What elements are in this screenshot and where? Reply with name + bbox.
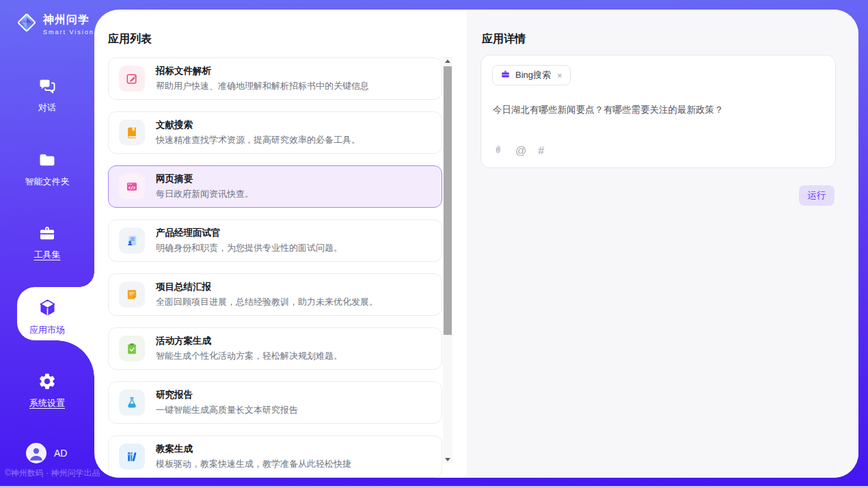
browser-code-icon (119, 174, 145, 200)
app-card-description: 智能生成个性化活动方案，轻松解决规划难题。 (156, 350, 342, 362)
app-card-title: 文献搜索 (156, 119, 360, 131)
gear-icon (38, 372, 57, 393)
app-card-bid-parse[interactable]: 招标文件解析 帮助用户快速、准确地理解和解析招标书中的关键信息 (108, 57, 442, 100)
app-card-description: 全面回顾项目进展，总结经验教训，助力未来优化发展。 (156, 296, 378, 308)
sidebar-item-label: 系统设置 (29, 397, 65, 409)
app-card-title: 产品经理面试官 (156, 227, 342, 239)
interviewer-icon (119, 228, 145, 254)
books-icon (119, 444, 145, 470)
topic-icon[interactable]: # (538, 146, 544, 157)
app-card-description: 每日政府新闻资讯快查。 (156, 188, 254, 200)
cube-icon (38, 298, 57, 320)
app-card-event-plan[interactable]: 活动方案生成 智能生成个性化活动方案，轻松解决规划难题。 (108, 327, 442, 370)
sidebar-item-label: 工具集 (34, 249, 61, 261)
app-detail-panel: 应用详情 Bing搜索 × 今日湖北有哪些新闻要点？有哪些需要关注的最新政策？ (467, 10, 858, 478)
mention-icon[interactable]: @ (515, 146, 526, 157)
folder-icon (38, 150, 57, 172)
main-container: 应用列表 招标文件解析 帮助用户快速、准确地理解和解析招标书中的关键信息 (94, 10, 858, 478)
user-initials: AD (54, 448, 67, 459)
app-card-literature-search[interactable]: 文献搜索 快速精准查找学术资源，提高研究效率的必备工具。 (108, 111, 442, 154)
tool-chip-bing-search[interactable]: Bing搜索 × (492, 65, 571, 85)
app-card-title: 教案生成 (156, 443, 351, 455)
app-card-description: 明确身份和职责，为您提供专业性的面试问题。 (156, 242, 342, 254)
user-avatar-icon (26, 443, 46, 463)
app-card-description: 快速精准查找学术资源，提高研究效率的必备工具。 (156, 134, 360, 146)
sidebar-item-toolset[interactable]: 工具集 (0, 223, 94, 261)
composer-toolbar: @ # (493, 144, 544, 159)
app-list-panel: 应用列表 招标文件解析 帮助用户快速、准确地理解和解析招标书中的关键信息 (94, 10, 467, 478)
sidebar-item-label: 应用市场 (29, 324, 65, 336)
app-card-description: 帮助用户快速、准确地理解和解析招标书中的关键信息 (156, 80, 369, 92)
gem-diamond-icon (15, 11, 38, 37)
brand-logo: 神州问学 Smart Vision (15, 11, 94, 37)
scrollbar-down-arrow[interactable] (443, 455, 452, 463)
app-card-web-summary[interactable]: 网页摘要 每日政府新闻资讯快查。 (108, 165, 442, 208)
sidebar-item-label: 智能文件夹 (25, 176, 70, 188)
sidebar-item-settings[interactable]: 系统设置 (0, 372, 94, 409)
app-list-scrollbar[interactable] (443, 57, 452, 463)
book-icon (119, 120, 145, 146)
brand-subtitle: Smart Vision (43, 29, 94, 36)
tool-chip-label: Bing搜索 (515, 69, 551, 81)
sidebar-item-label: 对话 (38, 102, 56, 114)
clipboard-check-icon (119, 336, 145, 362)
paperclip-icon[interactable] (493, 144, 504, 159)
app-card-description: 模板驱动，教案快速生成，教学准备从此轻松快捷 (156, 458, 351, 470)
app-card-title: 招标文件解析 (156, 65, 369, 77)
app-card-research-report[interactable]: 研究报告 一键智能生成高质量长文本研究报告 (108, 381, 442, 424)
app-detail-title: 应用详情 (482, 32, 526, 46)
app-background: 神州问学 Smart Vision 对话 智能文件夹 (0, 0, 868, 488)
app-list-title: 应用列表 (108, 32, 152, 46)
app-card-title: 网页摘要 (156, 173, 254, 185)
note-icon (119, 282, 145, 308)
scrollbar-up-arrow[interactable] (443, 57, 452, 65)
user-account[interactable]: AD (26, 443, 67, 463)
sidebar-item-chat[interactable]: 对话 (0, 77, 94, 114)
query-composer: Bing搜索 × 今日湖北有哪些新闻要点？有哪些需要关注的最新政策？ @ # (480, 55, 836, 168)
app-card-project-summary[interactable]: 项目总结汇报 全面回顾项目进展，总结经验教训，助力未来优化发展。 (108, 273, 442, 316)
sidebar-item-app-market[interactable]: 应用市场 (0, 298, 94, 336)
document-edit-icon (119, 66, 145, 92)
app-card-title: 项目总结汇报 (156, 281, 378, 293)
query-text-input[interactable]: 今日湖北有哪些新闻要点？有哪些需要关注的最新政策？ (493, 103, 824, 116)
run-button[interactable]: 运行 (799, 185, 835, 206)
scrollbar-thumb[interactable] (444, 66, 452, 335)
chip-close-icon[interactable]: × (557, 70, 562, 81)
app-card-pm-interviewer[interactable]: 产品经理面试官 明确身份和职责，为您提供专业性的面试问题。 (108, 219, 442, 262)
chat-icon (38, 77, 57, 98)
sidebar-item-smart-folder[interactable]: 智能文件夹 (0, 150, 94, 188)
app-card-list: 招标文件解析 帮助用户快速、准确地理解和解析招标书中的关键信息 文献搜索 快速精… (108, 57, 442, 478)
app-card-lesson-plan[interactable]: 教案生成 模板驱动，教案快速生成，教学准备从此轻松快捷 (108, 435, 442, 478)
copyright-text: ©神州数码 · 神州问学出品 (5, 467, 100, 479)
app-card-title: 研究报告 (156, 389, 298, 401)
brand-name: 神州问学 (43, 13, 94, 27)
briefcase-icon (500, 69, 511, 82)
app-card-description: 一键智能生成高质量长文本研究报告 (156, 404, 298, 416)
flask-icon (119, 390, 145, 416)
sidebar: 神州问学 Smart Vision 对话 智能文件夹 (0, 0, 94, 488)
toolbox-icon (38, 223, 57, 245)
app-card-title: 活动方案生成 (156, 335, 342, 347)
